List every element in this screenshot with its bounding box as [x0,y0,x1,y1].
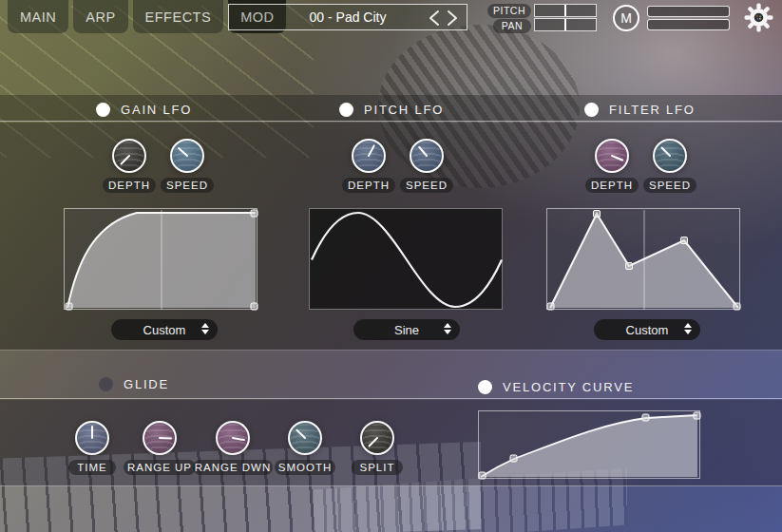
velocity-curve-toggle[interactable] [478,380,492,394]
glide-time-knob[interactable] [75,421,109,455]
wave-handle[interactable] [681,238,688,244]
pitch-lfo-title: PITCH LFO [364,103,444,117]
gain-wave-value: Custom [143,323,186,337]
glide-title: GLIDE [124,377,169,391]
glide-range-dwn-knob[interactable] [216,421,250,455]
preset-prev-icon[interactable] [427,9,443,28]
pan-slider[interactable] [534,18,597,31]
preset-selector[interactable]: 00 - Pad City [228,4,467,30]
pitch-wave-value: Sine [394,323,419,337]
glide-toggle[interactable] [99,377,113,391]
pitch-lfo-header: PITCH LFO [339,103,444,117]
pitch-depth-knob[interactable] [352,139,386,173]
pitch-wave-dropdown[interactable]: Sine [353,319,460,340]
knob-pointer [215,420,250,455]
glide-time-label: TIME [68,460,116,475]
velocity-curve-display[interactable] [478,410,700,479]
wave-handle[interactable] [626,263,633,270]
curve-handle[interactable] [694,412,700,419]
dropdown-arrows-icon [684,323,692,334]
meter-bar-right [647,19,730,30]
gain-lfo-wave-display[interactable] [64,208,257,310]
preset-name: 00 - Pad City [310,10,387,25]
curve-handle[interactable] [479,472,486,479]
glide-split-label: SPLIT [352,460,403,475]
glide-range-dwn-label: RANGE DWN [193,460,273,475]
filter-lfo-toggle[interactable] [584,103,599,117]
filter-speed-label: SPEED [643,178,696,193]
curve-fill [481,415,697,477]
glide-range-up-knob[interactable] [143,421,177,455]
wave-handle[interactable] [734,303,740,310]
meter-bar-left [647,6,730,17]
wave-handle[interactable] [547,303,554,310]
pitch-speed-label: SPEED [400,178,453,193]
glide-header-band [0,350,782,399]
velocity-curve-header: VELOCITY CURVE [478,380,634,394]
filter-depth-knob[interactable] [595,139,629,173]
filter-lfo-wave-display[interactable] [546,208,740,310]
dropdown-arrows-icon [201,323,209,334]
filter-lfo-title: FILTER LFO [609,103,696,117]
wave-handle[interactable] [66,303,72,310]
tab-effects[interactable]: EFFECTS [133,0,224,33]
plugin-window: MAIN ARP EFFECTS MOD 00 - Pad City PITCH… [0,0,782,532]
pitch-label: PITCH [487,4,531,18]
preset-arrows [427,9,460,28]
filter-speed-knob[interactable] [653,139,687,173]
pitch-depth-label: DEPTH [342,178,395,193]
glide-range-up-label: RANGE UP [124,460,196,475]
knob-pointer [143,422,175,453]
filter-depth-label: DEPTH [585,178,639,193]
glide-smooth-knob[interactable] [288,421,322,455]
pitch-lfo-toggle[interactable] [339,103,353,117]
glide-split-knob[interactable] [360,421,394,455]
pitch-slider[interactable] [534,4,597,17]
gain-speed-label: SPEED [161,178,214,193]
glide-header: GLIDE [99,377,169,391]
pan-slider-handle[interactable] [564,19,566,30]
pitch-lfo-wave-display[interactable] [309,208,503,310]
gain-speed-knob[interactable] [170,139,204,173]
glide-smooth-label: SMOOTH [275,460,335,475]
filter-lfo-header: FILTER LFO [584,103,696,117]
dropdown-arrows-icon [444,323,451,334]
mono-button[interactable]: M [613,5,639,31]
filter-wave-value: Custom [626,323,669,337]
gain-lfo-toggle[interactable] [96,103,110,117]
wave-handle[interactable] [251,210,257,217]
wave-handle[interactable] [594,211,601,218]
preset-next-icon[interactable] [444,9,460,28]
pan-label: PAN [493,19,531,33]
curve-handle[interactable] [642,414,649,421]
pitch-speed-knob[interactable] [410,139,444,173]
tab-arp[interactable]: ARP [73,0,127,33]
wave-handle[interactable] [251,303,257,310]
gain-depth-knob[interactable] [112,139,146,173]
gain-lfo-header: GAIN LFO [96,103,192,117]
gain-wave-dropdown[interactable]: Custom [111,319,218,340]
filter-wave-dropdown[interactable]: Custom [594,319,700,340]
pitch-slider-handle[interactable] [564,5,566,16]
settings-gear-icon[interactable] [744,3,773,32]
wave-fill [67,213,256,308]
curve-handle[interactable] [510,455,517,462]
tab-main[interactable]: MAIN [8,0,68,33]
gain-lfo-title: GAIN LFO [121,103,192,117]
wave-line [312,213,502,307]
knob-pointer [77,423,107,453]
velocity-curve-title: VELOCITY CURVE [503,380,634,394]
gain-depth-label: DEPTH [103,178,156,193]
